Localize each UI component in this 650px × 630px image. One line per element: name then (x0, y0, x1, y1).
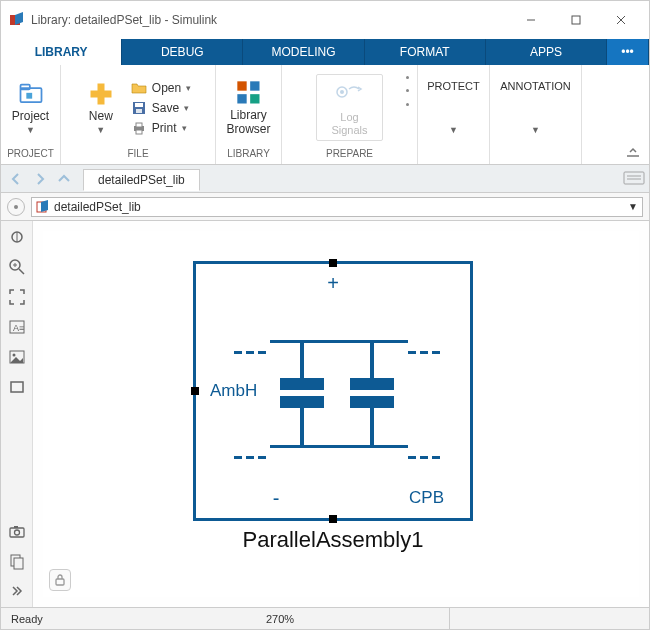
svg-rect-38 (11, 382, 23, 392)
svg-point-40 (14, 530, 19, 535)
ribbon-tabs: LIBRARY DEBUG MODELING FORMAT APPS ••• (1, 39, 649, 65)
svg-line-31 (19, 269, 24, 274)
status-ready: Ready (1, 613, 111, 625)
titlebar: Library: detailedPSet_lib - Simulink (1, 1, 649, 39)
status-zoom[interactable]: 270% (111, 613, 449, 625)
editor-file-tab[interactable]: detailedPSet_lib (83, 169, 200, 191)
status-right (449, 608, 649, 629)
lock-icon[interactable] (49, 569, 71, 591)
chevron-down-icon: ▼ (96, 125, 105, 135)
chevron-down-icon: ▼ (26, 125, 35, 135)
area-icon[interactable] (7, 377, 27, 397)
ribbon-group-annotation: ANNOTATION ▼ (490, 65, 582, 164)
nav-bar: detailedPSet_lib (1, 165, 649, 193)
svg-rect-14 (136, 123, 142, 127)
ribbon-right (582, 65, 649, 164)
nav-back-button[interactable] (5, 168, 27, 190)
annotation-dropdown[interactable]: ANNOTATION ▼ (494, 76, 576, 138)
nav-forward-button[interactable] (29, 168, 51, 190)
tab-modeling[interactable]: MODELING (243, 39, 364, 65)
project-button[interactable]: Project ▼ (6, 76, 55, 139)
model-files-icon[interactable] (7, 551, 27, 571)
block-symbol (236, 340, 442, 448)
path-box[interactable]: detailedPSet_lib ▼ (31, 197, 643, 217)
simulink-app-icon (9, 12, 25, 28)
image-icon[interactable] (7, 347, 27, 367)
ribbon-group-project: Project ▼ PROJECT (1, 65, 61, 164)
svg-rect-23 (624, 172, 644, 184)
print-icon (131, 120, 147, 136)
svg-rect-15 (136, 130, 142, 134)
camera-icon[interactable] (7, 521, 27, 541)
close-button[interactable] (598, 5, 643, 35)
expand-sidebar-icon[interactable] (7, 581, 27, 601)
print-button[interactable]: Print ▾ (127, 119, 195, 137)
resize-handle-top[interactable] (329, 259, 337, 267)
chevron-down-icon: ▾ (182, 123, 187, 133)
tab-format[interactable]: FORMAT (365, 39, 486, 65)
svg-rect-2 (572, 16, 580, 24)
canvas-sidebar: A≡ (1, 221, 33, 607)
maximize-button[interactable] (553, 5, 598, 35)
port-plus: + (327, 272, 339, 295)
fit-view-icon[interactable] (7, 287, 27, 307)
hide-browser-icon[interactable] (7, 227, 27, 247)
svg-point-21 (340, 90, 344, 94)
window-title: Library: detailedPSet_lib - Simulink (31, 13, 508, 27)
main-area: A≡ + - CPB AmbH (1, 221, 649, 607)
chevron-down-icon[interactable]: ▼ (628, 201, 638, 212)
tab-more[interactable]: ••• (607, 39, 649, 65)
chevron-down-icon: ▼ (449, 125, 458, 135)
save-button[interactable]: Save ▾ (127, 99, 195, 117)
minimize-button[interactable] (508, 5, 553, 35)
protect-dropdown[interactable]: PROTECT ▼ (421, 76, 486, 138)
library-browser-button[interactable]: LibraryBrowser (221, 75, 277, 139)
project-icon (17, 80, 45, 108)
chevron-down-icon: ▾ (186, 83, 191, 93)
status-bar: Ready 270% (1, 607, 649, 629)
ribbon-group-file: New ▼ Open ▾ Save ▾ (61, 65, 216, 164)
svg-rect-39 (10, 528, 24, 537)
model-hierarchy-button[interactable] (7, 198, 25, 216)
port-minus: - (273, 487, 280, 510)
svg-point-26 (14, 205, 18, 209)
tab-debug[interactable]: DEBUG (122, 39, 243, 65)
svg-rect-41 (14, 526, 18, 528)
ribbon-group-prepare: LogSignals PREPARE (282, 65, 418, 164)
svg-rect-9 (90, 90, 111, 97)
tab-apps[interactable]: APPS (486, 39, 607, 65)
resize-handle-left[interactable] (191, 387, 199, 395)
library-browser-icon (235, 79, 263, 107)
nav-up-button[interactable] (53, 168, 75, 190)
tab-library[interactable]: LIBRARY (1, 39, 122, 65)
prepare-overflow-icon[interactable] (403, 71, 411, 111)
chevron-down-icon: ▾ (184, 103, 189, 113)
block-name-label[interactable]: ParallelAssembly1 (193, 527, 473, 553)
new-button[interactable]: New ▼ (81, 76, 121, 139)
collapse-ribbon-icon[interactable] (625, 144, 641, 160)
block-parallel-assembly[interactable]: + - CPB AmbH (193, 261, 473, 521)
svg-rect-16 (237, 82, 246, 91)
svg-rect-7 (26, 93, 32, 99)
new-icon (87, 80, 115, 108)
canvas[interactable]: + - CPB AmbH (33, 221, 649, 607)
log-signals-button[interactable]: LogSignals (316, 74, 382, 140)
model-icon (36, 200, 50, 214)
svg-rect-17 (250, 82, 259, 91)
chevron-down-icon: ▼ (531, 125, 540, 135)
svg-rect-6 (20, 85, 29, 90)
resize-handle-bottom[interactable] (329, 515, 337, 523)
zoom-in-icon[interactable] (7, 257, 27, 277)
port-cpb: CPB (409, 488, 444, 508)
svg-rect-44 (56, 579, 64, 585)
svg-rect-43 (14, 558, 23, 569)
keyboard-icon[interactable] (623, 171, 645, 187)
svg-text:A≡: A≡ (13, 323, 24, 333)
path-bar: detailedPSet_lib ▼ (1, 193, 649, 221)
annotation-text-icon[interactable]: A≡ (7, 317, 27, 337)
app-window: Library: detailedPSet_lib - Simulink LIB… (0, 0, 650, 630)
open-button[interactable]: Open ▾ (127, 79, 195, 97)
svg-rect-12 (136, 109, 142, 113)
folder-open-icon (131, 80, 147, 96)
svg-rect-18 (237, 94, 246, 103)
